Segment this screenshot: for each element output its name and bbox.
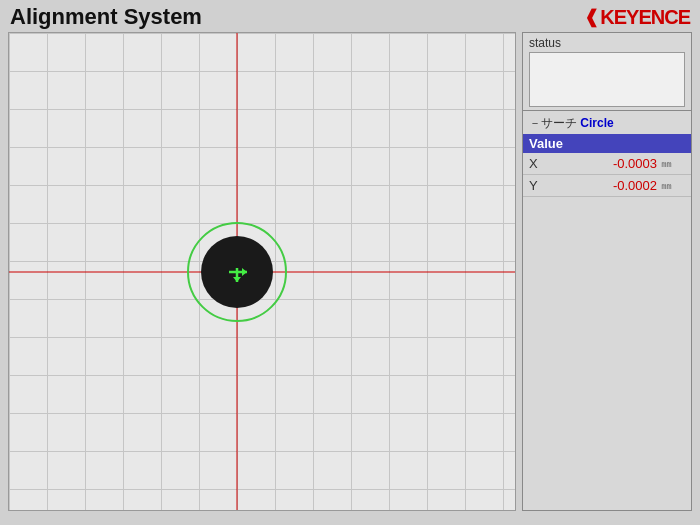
svg-marker-1: [242, 268, 247, 276]
x-value: -0.0003: [549, 156, 657, 171]
y-value: -0.0002: [549, 178, 657, 193]
y-axis-label: Y: [529, 178, 549, 193]
main-area: status －サーチ Circle Value X -0.0003 ㎜ Y -…: [0, 32, 700, 519]
status-label: status: [529, 36, 685, 50]
search-prefix: －サーチ: [529, 116, 577, 130]
value-row-x: X -0.0003 ㎜: [523, 153, 691, 175]
x-axis-label: X: [529, 156, 549, 171]
center-crosshair-icon: [222, 257, 252, 287]
status-box: status: [522, 32, 692, 111]
value-section: Value X -0.0003 ㎜ Y -0.0002 ㎜: [522, 134, 692, 511]
logo: ❰ KEYENCE: [584, 6, 690, 29]
search-mode-label: －サーチ Circle: [522, 111, 692, 134]
value-row-y: Y -0.0002 ㎜: [523, 175, 691, 197]
search-mode: Circle: [580, 116, 613, 130]
value-header: Value: [523, 134, 691, 153]
logo-text: KEYENCE: [600, 6, 690, 29]
page-title: Alignment System: [10, 4, 202, 30]
y-unit: ㎜: [661, 178, 685, 193]
x-unit: ㎜: [661, 156, 685, 171]
status-content: [529, 52, 685, 107]
camera-viewport: [8, 32, 516, 511]
header: Alignment System ❰ KEYENCE: [0, 0, 700, 32]
right-panel: status －サーチ Circle Value X -0.0003 ㎜ Y -…: [522, 32, 692, 511]
logo-chevron: ❰: [584, 6, 598, 28]
svg-marker-3: [233, 277, 241, 282]
